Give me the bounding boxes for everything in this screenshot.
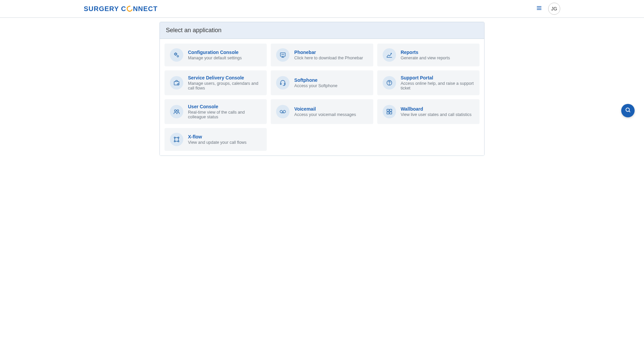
app-card-body: Support PortalAccess online help, and ra… [401, 75, 474, 90]
hamburger-icon[interactable] [536, 5, 542, 12]
app-card-desc: Real-time view of the calls and colleagu… [188, 110, 261, 119]
app-card-desc: Manage your default settings [188, 56, 242, 60]
app-card-body: ReportsGenerate and view reports [401, 50, 450, 60]
app-panel: Select an application Configuration Cons… [159, 22, 485, 156]
voicemail-icon [276, 105, 289, 118]
grid-icon [383, 105, 396, 118]
app-card-body: X-flowView and update your call flows [188, 134, 247, 145]
monitor-icon [276, 48, 289, 62]
brand-text-3: NNECT [133, 5, 158, 13]
help-icon [383, 76, 396, 89]
app-card-desc: Generate and view reports [401, 56, 450, 60]
panel-title: Select an application [160, 22, 484, 39]
app-card-support-portal[interactable]: Support PortalAccess online help, and ra… [377, 70, 479, 95]
search-fab[interactable] [621, 104, 635, 117]
brand-text-1: SURGERY [84, 5, 119, 13]
app-card-body: PhonebarClick here to download the Phone… [294, 50, 363, 60]
app-card-title: Phonebar [294, 50, 363, 55]
flow-icon [170, 133, 183, 146]
app-card-softphone[interactable]: SoftphoneAccess your Softphone [271, 70, 373, 95]
gears-icon [170, 48, 183, 62]
app-card-title: Service Delivery Console [188, 75, 261, 80]
brand-o-ring-icon [125, 5, 134, 13]
chart-icon [383, 48, 396, 62]
app-card-title: Reports [401, 50, 450, 55]
header-right: JG [536, 3, 560, 15]
svg-point-3 [626, 108, 630, 112]
app-card-body: SoftphoneAccess your Softphone [294, 77, 337, 88]
app-card-desc: Manage users, groups, calendars and call… [188, 81, 261, 90]
app-card-body: Service Delivery ConsoleManage users, gr… [188, 75, 261, 90]
app-card-desc: View live user states and call statistic… [401, 112, 472, 117]
app-card-title: Configuration Console [188, 50, 242, 55]
app-card-title: Voicemail [294, 106, 356, 112]
app-card-title: User Console [188, 104, 261, 109]
app-card-reports[interactable]: ReportsGenerate and view reports [377, 44, 479, 66]
search-icon [625, 107, 631, 114]
app-card-service-delivery-console[interactable]: Service Delivery ConsoleManage users, gr… [165, 70, 267, 95]
app-grid: Configuration ConsoleManage your default… [160, 39, 484, 156]
app-card-body: VoicemailAccess your voicemail messages [294, 106, 356, 117]
app-card-x-flow[interactable]: X-flowView and update your call flows [165, 128, 267, 151]
app-card-title: Support Portal [401, 75, 474, 80]
briefcase-icon [170, 76, 183, 89]
app-card-title: Softphone [294, 77, 337, 83]
app-card-wallboard[interactable]: WallboardView live user states and call … [377, 99, 479, 124]
header: SURGERY C NNECT JG [0, 0, 644, 18]
brand-text-2: C [121, 5, 126, 13]
app-card-desc: View and update your call flows [188, 140, 247, 145]
brand-logo[interactable]: SURGERY C NNECT [84, 5, 158, 13]
app-card-title: Wallboard [401, 106, 472, 112]
app-card-desc: Access your voicemail messages [294, 112, 356, 117]
svg-line-4 [629, 111, 630, 112]
app-card-desc: Click here to download the Phonebar [294, 56, 363, 60]
app-card-voicemail[interactable]: VoicemailAccess your voicemail messages [271, 99, 373, 124]
app-card-desc: Access your Softphone [294, 83, 337, 88]
app-card-phonebar[interactable]: PhonebarClick here to download the Phone… [271, 44, 373, 66]
app-card-title: X-flow [188, 134, 247, 139]
app-card-desc: Access online help, and raise a support … [401, 81, 474, 90]
app-card-user-console[interactable]: User ConsoleReal-time view of the calls … [165, 99, 267, 124]
app-card-configuration-console[interactable]: Configuration ConsoleManage your default… [165, 44, 267, 66]
app-card-body: User ConsoleReal-time view of the calls … [188, 104, 261, 119]
users-icon [170, 105, 183, 118]
user-initials: JG [551, 6, 557, 11]
user-avatar[interactable]: JG [548, 3, 560, 15]
headset-icon [276, 76, 289, 89]
app-card-body: Configuration ConsoleManage your default… [188, 50, 242, 60]
app-card-body: WallboardView live user states and call … [401, 106, 472, 117]
